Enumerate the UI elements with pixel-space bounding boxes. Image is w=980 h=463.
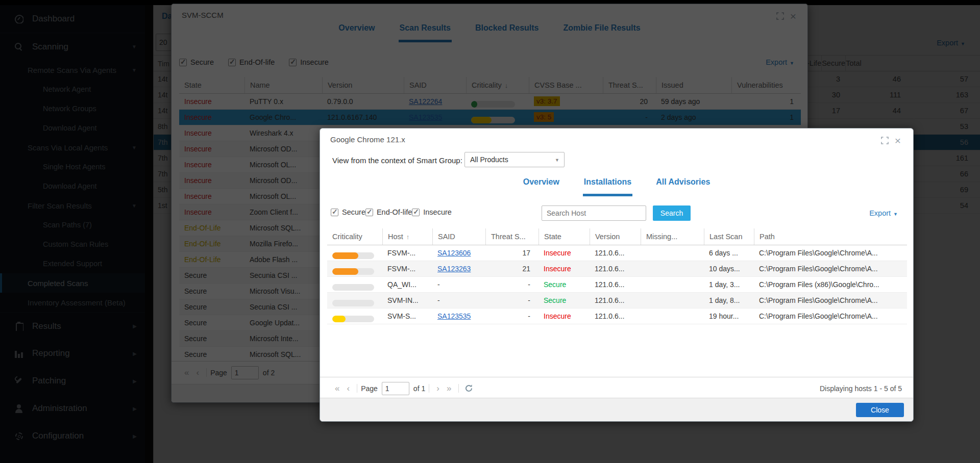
column-header[interactable]: Last Scan xyxy=(704,228,754,245)
search-input[interactable] xyxy=(542,205,646,221)
divider xyxy=(429,384,429,393)
threat-score-cell: 21 xyxy=(485,261,538,276)
column-label: State xyxy=(544,233,561,241)
missing-cell xyxy=(641,308,704,324)
checkbox-label: Insecure xyxy=(423,208,452,216)
table-row[interactable]: FSVM-... SA123263 21 Insecure 121.0.6...… xyxy=(327,261,907,277)
criticality-bar xyxy=(332,300,374,306)
column-header[interactable]: Threat S... xyxy=(485,228,538,245)
first-page-button[interactable]: « xyxy=(331,383,343,394)
column-header[interactable]: Missing... xyxy=(641,228,704,245)
threat-score-cell: 17 xyxy=(485,245,538,261)
said-link[interactable]: - xyxy=(432,293,485,308)
modal-title: Google Chrome 121.x xyxy=(330,135,405,144)
last-scan-cell: 1 day, 8... xyxy=(704,293,754,308)
criticality-cell xyxy=(327,308,382,324)
criticality-cell xyxy=(327,277,382,292)
version-cell: 121.0.6... xyxy=(590,293,641,308)
tab[interactable]: Installations xyxy=(583,177,632,196)
smart-group-select[interactable]: All Products ▼ xyxy=(464,152,565,167)
criticality-cell xyxy=(327,293,382,308)
close-icon[interactable]: × xyxy=(895,137,901,144)
criticality-cell xyxy=(327,261,382,276)
column-label: Path xyxy=(760,233,775,241)
close-button[interactable]: Close xyxy=(856,403,904,417)
host-cell: SVM-S... xyxy=(382,308,432,324)
refresh-icon[interactable] xyxy=(464,384,473,393)
tab[interactable]: Overview xyxy=(522,177,560,196)
last-scan-cell: 6 days ... xyxy=(704,245,754,261)
column-label: SAID xyxy=(438,233,455,241)
chrome-tab-bar: OverviewInstallationsAll Advisories xyxy=(320,177,913,196)
filter-checkbox[interactable]: Secure xyxy=(331,208,365,216)
criticality-bar xyxy=(332,316,374,322)
column-label: Host xyxy=(388,233,403,241)
search-button[interactable]: Search xyxy=(653,205,691,221)
filter-checkbox[interactable]: Insecure xyxy=(412,208,452,216)
tab[interactable]: All Advisories xyxy=(655,177,711,196)
page-label: Page xyxy=(361,384,378,393)
host-cell: SVM-IN... xyxy=(382,293,432,308)
last-page-button[interactable]: » xyxy=(443,383,455,394)
table-row[interactable]: SVM-S... SA123535 - Insecure 121.0.6... … xyxy=(327,308,907,324)
chevron-down-icon: ▼ xyxy=(893,212,898,217)
threat-score-cell: - xyxy=(485,277,538,292)
page-of-label: of 1 xyxy=(413,384,425,393)
said-link[interactable]: SA123606 xyxy=(432,245,485,261)
criticality-cell xyxy=(327,245,382,261)
column-label: Missing... xyxy=(646,233,677,241)
table-row[interactable]: SVM-IN... - - Secure 121.0.6... 1 day, 8… xyxy=(327,293,907,308)
path-cell: C:\Program Files (x86)\Google\Chro... xyxy=(754,277,907,292)
export-menu[interactable]: Export▼ xyxy=(869,209,898,217)
column-label: Threat S... xyxy=(491,233,526,241)
smart-group-label: View from the context of Smart Group: xyxy=(332,156,462,165)
chrome-modal: Google Chrome 121.x × View from the cont… xyxy=(320,128,914,422)
host-cell: QA_WI... xyxy=(382,277,432,292)
prev-page-button[interactable]: ‹ xyxy=(343,383,353,394)
threat-score-cell: - xyxy=(485,308,538,324)
criticality-bar xyxy=(332,268,374,275)
criticality-fill xyxy=(332,252,358,259)
host-cell: FSVM-... xyxy=(382,245,432,261)
column-header[interactable]: SAID xyxy=(432,228,485,245)
column-header[interactable]: Version xyxy=(590,228,641,245)
export-label: Export xyxy=(869,209,891,217)
page-input[interactable] xyxy=(382,382,409,395)
chrome-pagination: « ‹ Page of 1 › » Displaying hosts 1 - 5… xyxy=(320,377,913,399)
missing-cell xyxy=(641,277,704,292)
path-cell: C:\Program Files\Google\Chrome\A... xyxy=(754,261,907,276)
checkbox-icon xyxy=(365,209,373,216)
checkbox-label: Secure xyxy=(342,208,365,216)
table-row[interactable]: FSVM-... SA123606 17 Insecure 121.0.6...… xyxy=(327,245,907,261)
table-row[interactable]: QA_WI... - - Secure 121.0.6... 1 day, 3.… xyxy=(327,277,907,293)
maximize-icon[interactable] xyxy=(881,137,889,144)
filter-checkbox[interactable]: End-Of-life xyxy=(365,208,412,216)
said-link[interactable]: SA123535 xyxy=(432,308,485,324)
state-cell: Secure xyxy=(538,277,590,292)
criticality-bar xyxy=(332,252,374,259)
column-header[interactable]: Criticality xyxy=(327,228,382,245)
missing-cell xyxy=(641,245,704,261)
state-cell: Secure xyxy=(538,293,590,308)
chevron-down-icon: ▼ xyxy=(555,153,559,167)
last-scan-cell: 10 days... xyxy=(704,261,754,276)
next-page-button[interactable]: › xyxy=(433,383,443,394)
criticality-fill xyxy=(332,268,358,275)
divider xyxy=(458,384,459,393)
state-cell: Insecure xyxy=(538,245,590,261)
said-link[interactable]: SA123263 xyxy=(432,261,485,276)
smart-group-value: All Products xyxy=(470,156,508,164)
column-label: Version xyxy=(595,233,620,241)
criticality-fill xyxy=(332,316,346,322)
host-cell: FSVM-... xyxy=(382,261,432,276)
column-header[interactable]: Host↑ xyxy=(382,228,432,245)
checkbox-icon xyxy=(412,209,420,216)
said-link[interactable]: - xyxy=(432,277,485,292)
checkbox-label: End-Of-life xyxy=(377,208,412,216)
last-scan-cell: 19 hour... xyxy=(704,308,754,324)
column-header[interactable]: State xyxy=(538,228,590,245)
path-cell: C:\Program Files\Google\Chrome\A... xyxy=(754,245,907,261)
column-header[interactable]: Path xyxy=(754,228,907,245)
checkbox-icon xyxy=(331,209,338,216)
chrome-grid-body: FSVM-... SA123606 17 Insecure 121.0.6...… xyxy=(327,245,907,325)
